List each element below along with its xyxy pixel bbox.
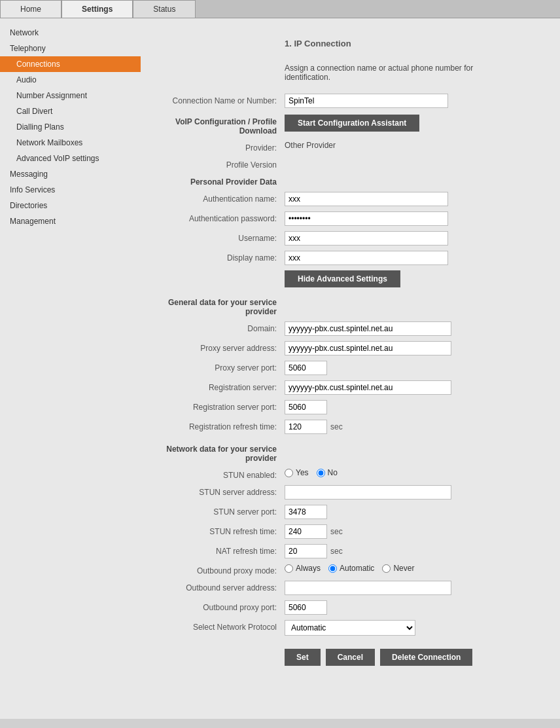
sidebar-item-network[interactable]: Network [0,25,141,41]
content-area: 1. IP Connection Assign a connection nam… [141,18,560,719]
outbound-always-input[interactable] [285,564,293,573]
outbound-always-radio[interactable]: Always [285,564,321,573]
sidebar-item-number-assignment[interactable]: Number Assignment [0,88,141,103]
stun-server-input[interactable] [285,485,451,500]
set-button[interactable]: Set [285,649,321,666]
voip-section-label: VoIP Configuration / Profile Download [154,115,285,136]
sidebar-item-audio[interactable]: Audio [0,72,141,88]
outbound-proxy-port-input[interactable] [285,600,327,615]
stun-port-label: STUN server port: [154,505,285,517]
reg-server-label: Registration server: [154,380,285,392]
nat-refresh-input[interactable] [285,544,327,558]
start-config-button[interactable]: Start Configuration Assistant [285,115,419,132]
outbound-always-label: Always [296,564,321,573]
sidebar: Network Telephony Connections Audio Numb… [0,18,141,719]
username-input[interactable] [285,231,448,246]
reg-server-input[interactable] [285,380,451,395]
reg-refresh-unit: sec [330,422,343,431]
section-title: 1. IP Connection [285,39,547,48]
domain-input[interactable] [285,321,451,336]
cancel-button[interactable]: Cancel [326,649,375,666]
stun-enabled-group: Yes No [285,468,547,477]
outbound-server-label: Outbound server address: [154,581,285,592]
stun-refresh-input[interactable] [285,524,327,539]
personal-provider-label: Personal Provider Data [154,175,285,187]
proxy-port-input[interactable] [285,361,327,375]
domain-label: Domain: [154,321,285,333]
bottom-buttons: Set Cancel Delete Connection [154,649,547,666]
auth-password-label: Authentication password: [154,211,285,223]
sidebar-item-call-divert[interactable]: Call Divert [0,103,141,119]
reg-server-port-input[interactable] [285,400,327,414]
sidebar-item-dialling-plans[interactable]: Dialling Plans [0,119,141,135]
outbound-automatic-radio[interactable]: Automatic [328,564,374,573]
provider-label: Provider: [154,141,285,153]
outbound-automatic-input[interactable] [328,564,337,573]
stun-no-radio[interactable]: No [317,468,338,477]
outbound-server-input[interactable] [285,581,451,595]
sidebar-item-network-mailboxes[interactable]: Network Mailboxes [0,135,141,151]
proxy-server-label: Proxy server address: [154,341,285,353]
profile-version-label: Profile Version [154,158,285,170]
tab-bar: Home Settings Status [0,0,560,18]
tab-settings[interactable]: Settings [61,0,133,18]
stun-refresh-label: STUN refresh time: [154,524,285,536]
sidebar-item-directories[interactable]: Directories [0,198,141,213]
stun-server-label: STUN server address: [154,485,285,497]
connection-name-label: Connection Name or Number: [154,94,285,105]
general-data-label: General data for your service provider [154,295,285,316]
stun-enabled-label: STUN enabled: [154,468,285,480]
sidebar-item-messaging[interactable]: Messaging [0,166,141,182]
auth-password-input[interactable] [285,211,448,226]
stun-yes-label: Yes [296,468,309,477]
auth-name-label: Authentication name: [154,192,285,204]
outbound-proxy-label: Outbound proxy mode: [154,564,285,575]
stun-port-input[interactable] [285,505,327,519]
display-name-input[interactable] [285,251,448,265]
proxy-port-label: Proxy server port: [154,361,285,373]
sidebar-item-connections[interactable]: Connections [0,56,141,72]
delete-connection-button[interactable]: Delete Connection [380,649,472,666]
stun-no-input[interactable] [317,469,325,477]
reg-refresh-label: Registration refresh time: [154,420,285,431]
tab-home[interactable]: Home [0,0,61,18]
sidebar-item-telephony[interactable]: Telephony [0,41,141,56]
outbound-automatic-label: Automatic [340,564,374,573]
stun-refresh-unit: sec [330,527,343,536]
auth-name-input[interactable] [285,192,448,206]
reg-refresh-input[interactable] [285,420,327,434]
outbound-proxy-port-label: Outbound proxy port: [154,600,285,612]
outbound-never-label: Never [393,564,414,573]
display-name-label: Display name: [154,251,285,263]
select-network-label: Select Network Protocol [154,620,285,632]
nat-refresh-unit: sec [330,547,343,556]
network-data-label: Network data for your service provider [154,442,285,463]
sidebar-item-management[interactable]: Management [0,213,141,229]
reg-server-port-label: Registration server port: [154,400,285,412]
connection-name-input[interactable] [285,94,448,108]
nat-refresh-label: NAT refresh time: [154,544,285,556]
sidebar-item-info-services[interactable]: Info Services [0,182,141,198]
outbound-never-radio[interactable]: Never [382,564,414,573]
tab-status[interactable]: Status [133,0,196,18]
proxy-server-input[interactable] [285,341,451,355]
outbound-never-input[interactable] [382,564,391,573]
sidebar-item-advanced-voip[interactable]: Advanced VoIP settings [0,151,141,166]
stun-yes-input[interactable] [285,469,293,477]
hide-advanced-button[interactable]: Hide Advanced Settings [285,270,400,287]
info-text: Assign a connection name or actual phone… [285,64,514,82]
stun-no-label: No [328,468,338,477]
outbound-proxy-group: Always Automatic Never [285,564,547,573]
select-network-dropdown[interactable]: Automatic [285,620,415,636]
username-label: Username: [154,231,285,243]
stun-yes-radio[interactable]: Yes [285,468,309,477]
provider-value: Other Provider [285,141,336,150]
